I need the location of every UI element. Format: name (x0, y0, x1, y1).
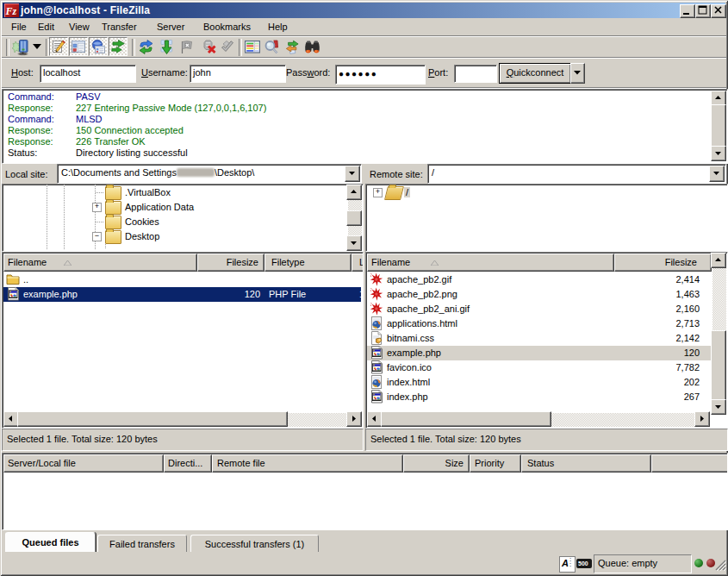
svg-text:Fz: Fz (5, 5, 17, 17)
